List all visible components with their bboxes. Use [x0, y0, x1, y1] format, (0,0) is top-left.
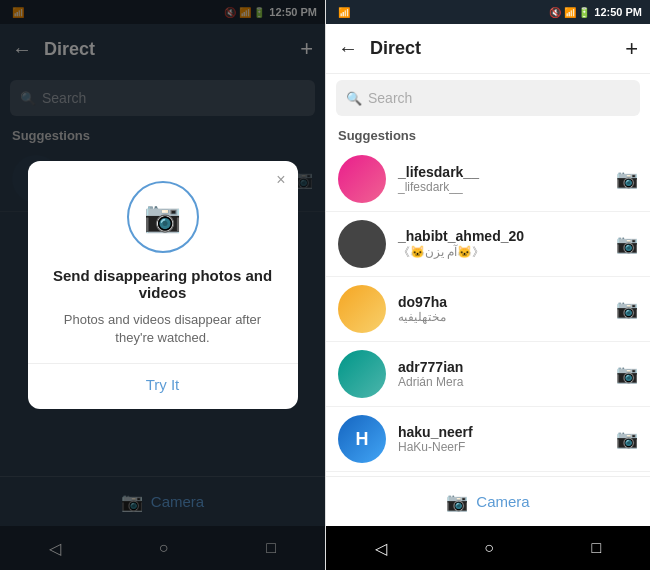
right-user-item-0[interactable]: _lifesdark__ _lifesdark__ 📷 [326, 147, 650, 212]
right-status-bar: 📶 🔇 📶 🔋 12:50 PM [326, 0, 650, 24]
right-back-button[interactable]: ← [338, 37, 358, 60]
right-bottom-camera-icon: 📷 [446, 491, 468, 513]
right-username-1: _habibt_ahmed_20 [398, 228, 616, 244]
right-page-title: Direct [370, 38, 625, 59]
right-user-item-3[interactable]: adr777ian Adrián Mera 📷 [326, 342, 650, 407]
right-suggestions-label: Suggestions [326, 122, 650, 147]
modal-title: Send disappearing photos and videos [48, 267, 278, 301]
right-usersub-3: Adrián Mera [398, 375, 616, 389]
right-search-bar[interactable]: 🔍 Search [336, 80, 640, 116]
right-avatar-4: H [338, 415, 386, 463]
right-search-icon: 🔍 [346, 91, 362, 106]
right-status-time: 12:50 PM [594, 6, 642, 18]
modal-camera-icon: 📷 [144, 199, 181, 234]
right-back-nav[interactable]: ◁ [375, 539, 387, 558]
modal-overlay: × 📷 Send disappearing photos and videos … [0, 0, 325, 570]
right-user-info-0: _lifesdark__ _lifesdark__ [398, 164, 616, 194]
right-avatar-0 [338, 155, 386, 203]
modal-close-button[interactable]: × [276, 171, 285, 189]
right-avatar-2 [338, 285, 386, 333]
left-panel: 📶 🔇 📶 🔋 12:50 PM ← Direct + 🔍 Search Sug… [0, 0, 325, 570]
right-network-icon: 📶 [334, 7, 350, 18]
right-user-info-1: _habibt_ahmed_20 《🐱آم يزن🐱》 [398, 228, 616, 261]
right-camera-icon-0[interactable]: 📷 [616, 168, 638, 190]
modal-desc: Photos and videos disappear after they'r… [48, 311, 278, 347]
modal-box: × 📷 Send disappearing photos and videos … [28, 161, 298, 409]
right-user-info-3: adr777ian Adrián Mera [398, 359, 616, 389]
right-bottom-bar: 📷 Camera [326, 476, 650, 526]
right-username-0: _lifesdark__ [398, 164, 616, 180]
right-camera-icon-4[interactable]: 📷 [616, 428, 638, 450]
right-user-info-2: do97ha مختهليفيه [398, 294, 616, 324]
right-usersub-2: مختهليفيه [398, 310, 616, 324]
right-camera-icon-3[interactable]: 📷 [616, 363, 638, 385]
right-usersub-4: HaKu-NeerF [398, 440, 616, 454]
right-plus-button[interactable]: + [625, 36, 638, 62]
right-nav-bar: ← Direct + [326, 24, 650, 74]
right-usersub-1: 《🐱آم يزن🐱》 [398, 244, 616, 261]
right-status-icons: 🔇 📶 🔋 [549, 7, 591, 18]
right-username-3: adr777ian [398, 359, 616, 375]
modal-try-button[interactable]: Try It [48, 376, 278, 393]
modal-divider [28, 363, 298, 364]
right-username-4: haku_neerf [398, 424, 616, 440]
right-android-nav: ◁ ○ □ [326, 526, 650, 570]
right-avatar-1 [338, 220, 386, 268]
right-usersub-0: _lifesdark__ [398, 180, 616, 194]
right-avatar-3 [338, 350, 386, 398]
right-user-item-2[interactable]: do97ha مختهليفيه 📷 [326, 277, 650, 342]
modal-camera-circle: 📷 [127, 181, 199, 253]
right-user-info-4: haku_neerf HaKu-NeerF [398, 424, 616, 454]
right-user-item-4[interactable]: H haku_neerf HaKu-NeerF 📷 [326, 407, 650, 472]
right-panel: 📶 🔇 📶 🔋 12:50 PM ← Direct + 🔍 Search Sug… [325, 0, 650, 570]
right-user-item-1[interactable]: _habibt_ahmed_20 《🐱آم يزن🐱》 📷 [326, 212, 650, 277]
right-camera-icon-1[interactable]: 📷 [616, 233, 638, 255]
right-user-list: _lifesdark__ _lifesdark__ 📷 _habibt_ahme… [326, 147, 650, 476]
right-home-nav[interactable]: ○ [484, 539, 494, 557]
right-camera-icon-2[interactable]: 📷 [616, 298, 638, 320]
right-bottom-camera-label[interactable]: Camera [476, 493, 529, 510]
right-search-placeholder: Search [368, 90, 412, 106]
right-username-2: do97ha [398, 294, 616, 310]
right-recent-nav[interactable]: □ [592, 539, 602, 557]
